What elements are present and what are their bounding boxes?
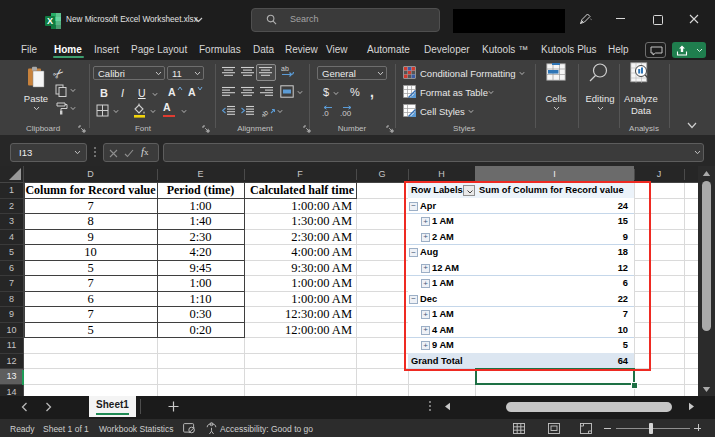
svg-text:ab: ab [262,109,270,117]
svg-text:.00: .00 [340,109,352,117]
svg-text:.0: .0 [322,109,329,117]
svg-text:ab: ab [281,65,289,72]
svg-text:X: X [47,16,53,26]
